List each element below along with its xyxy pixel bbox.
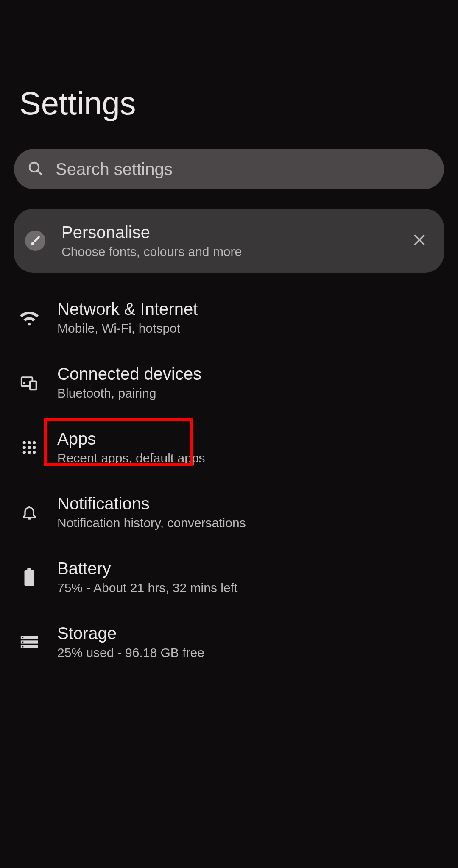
battery-icon [14, 568, 45, 587]
storage-icon [14, 634, 45, 650]
settings-list: Network & Internet Mobile, Wi-Fi, hotspo… [0, 285, 458, 674]
row-subtitle: 75% - About 21 hrs, 32 mins left [57, 581, 237, 595]
personalise-text: Personalise Choose fonts, colours and mo… [61, 223, 408, 259]
svg-rect-5 [30, 381, 36, 389]
svg-point-7 [23, 441, 26, 444]
apps-grid-icon [14, 439, 45, 456]
row-subtitle: Recent apps, default apps [57, 451, 205, 465]
page-title: Settings [0, 0, 458, 122]
svg-line-1 [37, 170, 41, 174]
svg-point-9 [33, 441, 36, 444]
svg-point-12 [33, 446, 36, 449]
svg-point-14 [28, 451, 31, 454]
row-subtitle: Mobile, Wi-Fi, hotspot [57, 321, 198, 336]
svg-point-8 [28, 441, 31, 444]
row-title: Battery [57, 559, 237, 578]
svg-rect-25 [22, 646, 24, 647]
svg-point-6 [23, 382, 25, 384]
row-connected-devices[interactable]: Connected devices Bluetooth, pairing [0, 350, 458, 415]
row-subtitle: 25% used - 96.18 GB free [57, 645, 204, 660]
wifi-icon [14, 309, 45, 327]
svg-rect-23 [22, 637, 24, 638]
row-title: Network & Internet [57, 300, 198, 319]
svg-rect-18 [25, 570, 34, 586]
svg-rect-19 [27, 568, 31, 570]
row-apps[interactable]: Apps Recent apps, default apps [0, 415, 458, 480]
close-icon[interactable] [408, 228, 431, 253]
row-title: Apps [57, 429, 205, 448]
row-title: Storage [57, 624, 204, 643]
row-storage[interactable]: Storage 25% used - 96.18 GB free [0, 609, 458, 674]
row-title: Notifications [57, 494, 246, 513]
brush-icon [25, 231, 45, 251]
search-icon [27, 160, 44, 178]
row-network-internet[interactable]: Network & Internet Mobile, Wi-Fi, hotspo… [0, 285, 458, 350]
bell-icon [14, 504, 45, 521]
personalise-title: Personalise [61, 223, 408, 242]
personalise-card[interactable]: Personalise Choose fonts, colours and mo… [14, 209, 444, 273]
row-battery[interactable]: Battery 75% - About 21 hrs, 32 mins left [0, 545, 458, 609]
search-input[interactable]: Search settings [14, 149, 444, 189]
svg-point-13 [23, 451, 26, 454]
search-placeholder: Search settings [56, 160, 173, 179]
personalise-subtitle: Choose fonts, colours and more [61, 245, 408, 259]
row-title: Connected devices [57, 364, 201, 384]
svg-rect-24 [22, 641, 24, 643]
svg-point-15 [33, 451, 36, 454]
row-subtitle: Notification history, conversations [57, 516, 246, 530]
row-notifications[interactable]: Notifications Notification history, conv… [0, 480, 458, 545]
row-subtitle: Bluetooth, pairing [57, 386, 201, 401]
devices-icon [14, 373, 45, 392]
svg-point-11 [28, 446, 31, 449]
svg-point-10 [23, 446, 26, 449]
